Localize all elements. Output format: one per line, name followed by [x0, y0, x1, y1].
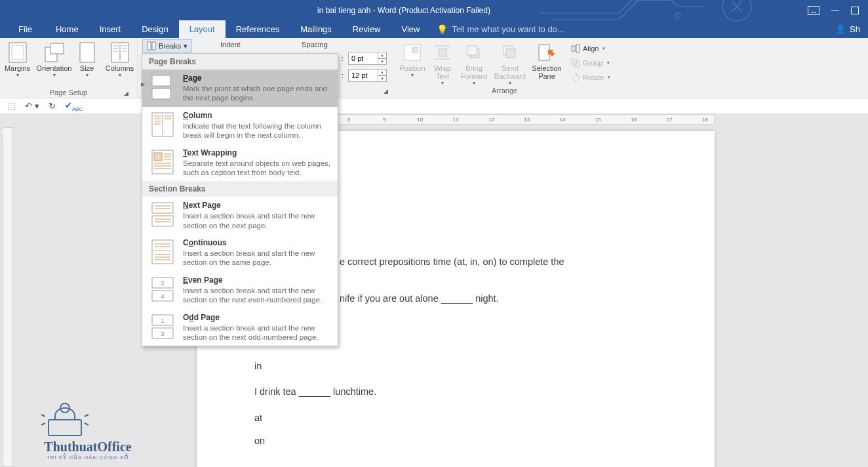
column-break-icon: [149, 111, 176, 138]
svg-rect-16: [148, 42, 151, 50]
spacing-before-spinner[interactable]: ▲▼: [348, 52, 387, 65]
svg-rect-32: [152, 75, 170, 86]
section-breaks-header: Section Breaks: [142, 181, 338, 197]
svg-rect-43: [154, 153, 162, 161]
indent-label: Indent: [220, 41, 241, 49]
undo-icon[interactable]: ↶ ▾: [25, 101, 39, 111]
svg-rect-71: [49, 420, 81, 436]
rotate-icon: [571, 73, 580, 82]
continuous-icon: [149, 238, 176, 266]
spin-down-icon[interactable]: ▼: [378, 58, 387, 65]
touch-mode-icon[interactable]: ⬚: [8, 101, 16, 111]
spacing-label: Spacing: [302, 41, 328, 49]
send-backward-button: Send Backward▾: [491, 39, 529, 86]
page-setup-dialog-launcher[interactable]: ◢: [124, 90, 132, 98]
svg-rect-56: [152, 240, 173, 264]
document-area: L 56789101112131415161718 e correct prep…: [0, 114, 868, 467]
svg-text:3: 3: [161, 331, 164, 337]
ribbon-tabs: File Home Insert Design Layout Reference…: [0, 20, 868, 38]
orientation-icon: [44, 42, 65, 63]
spellcheck-icon[interactable]: ✔ABC: [65, 100, 83, 112]
spin-down-icon[interactable]: ▼: [378, 75, 387, 82]
redo-icon[interactable]: ↻: [49, 101, 56, 111]
arrange-group-label: Arrange: [492, 87, 517, 94]
break-column-item[interactable]: ColumnIndicate that the text following t…: [142, 107, 338, 144]
paragraph-dialog-launcher[interactable]: ◢: [384, 88, 391, 96]
orientation-button[interactable]: Orientation▾: [38, 39, 71, 78]
send-backward-icon: [500, 42, 521, 63]
page-breaks-header: Page Breaks: [142, 54, 338, 70]
svg-rect-26: [506, 49, 515, 58]
break-continuous-item[interactable]: ContinuousInsert a section break and sta…: [142, 234, 338, 272]
rotate-button: Rotate▾: [568, 71, 613, 84]
maximize-button[interactable]: [851, 7, 859, 14]
size-icon: [77, 42, 98, 63]
svg-rect-17: [152, 42, 155, 50]
tab-file[interactable]: File: [5, 20, 45, 38]
position-icon: [402, 42, 423, 63]
selection-pane-icon: [536, 42, 557, 63]
user-icon[interactable]: 👤: [835, 24, 846, 34]
svg-text:2: 2: [161, 280, 164, 287]
position-button: Position▾: [397, 39, 428, 86]
share-button[interactable]: Sh: [850, 24, 860, 34]
break-text-wrapping-item[interactable]: Text WrappingSeparate text around object…: [142, 144, 338, 182]
breaks-button[interactable]: Breaks ▾: [142, 39, 192, 52]
spacing-before-input[interactable]: [348, 52, 378, 65]
group-button: Group▾: [568, 56, 613, 70]
break-odd-page-item[interactable]: 13 Odd PageInsert a section break and st…: [142, 309, 338, 346]
minimize-button[interactable]: [831, 10, 839, 10]
spin-up-icon[interactable]: ▲: [378, 52, 387, 58]
spin-up-icon[interactable]: ▲: [378, 69, 387, 75]
tab-view[interactable]: View: [391, 20, 430, 38]
break-even-page-item[interactable]: 24 Even PageInsert a section break and s…: [142, 272, 338, 309]
quick-access-toolbar: ⬚ ↶ ▾ ↻ ✔ABC: [0, 98, 868, 114]
tab-mailings[interactable]: Mailings: [290, 20, 342, 38]
svg-rect-28: [572, 46, 575, 51]
wrap-text-icon: [432, 42, 453, 63]
break-next-page-item[interactable]: Next PageInsert a section break and star…: [142, 197, 338, 234]
menu-desc: Mark the point at which one page ends an…: [183, 84, 331, 103]
svg-rect-7: [80, 43, 94, 62]
tab-layout[interactable]: Layout: [179, 20, 226, 38]
bring-forward-button: Bring Forward▾: [457, 39, 491, 86]
align-icon: [571, 44, 580, 53]
svg-rect-6: [50, 43, 64, 54]
spacing-after-spinner[interactable]: ▲▼: [348, 69, 387, 82]
tell-me-box[interactable]: 💡 Tell me what you want to do...: [430, 24, 570, 35]
chevron-down-icon: ▾: [184, 42, 187, 51]
svg-rect-20: [439, 49, 446, 56]
align-button[interactable]: Align▾: [568, 42, 613, 55]
margins-icon: [7, 42, 28, 63]
ribbon-options-icon[interactable]: [808, 6, 819, 15]
next-page-icon: [149, 201, 176, 228]
svg-rect-19: [412, 47, 418, 52]
page-setup-group-label: Page Setup◢: [5, 87, 132, 98]
size-button[interactable]: Size▾: [75, 39, 100, 78]
title-bar: in bai tieng anh - Word (Product Activat…: [0, 0, 868, 20]
selection-pane-button[interactable]: Selection Pane: [529, 39, 564, 86]
even-page-icon: 24: [149, 275, 176, 303]
svg-rect-29: [576, 45, 580, 52]
lightbulb-icon: 💡: [437, 24, 448, 35]
odd-page-icon: 13: [149, 313, 176, 340]
group-icon: [571, 58, 580, 68]
vertical-ruler[interactable]: [3, 127, 13, 467]
spacing-after-input[interactable]: [348, 69, 378, 82]
page-break-icon: [149, 73, 176, 101]
margins-button[interactable]: Margins▾: [1, 39, 34, 78]
tab-references[interactable]: References: [226, 20, 290, 38]
watermark-logo: ThuthuatOffice TRI KỶ CỦA DÂN CÔNG SỞ: [35, 394, 140, 460]
tab-home[interactable]: Home: [45, 20, 89, 38]
ribbon-layout: Margins▾ Orientation▾ Size▾ Columns▾ Pag…: [0, 38, 868, 98]
breaks-dropdown: Page Breaks PageMark the point at which …: [142, 53, 338, 346]
svg-rect-50: [152, 203, 173, 213]
break-page-item[interactable]: PageMark the point at which one page end…: [142, 70, 338, 107]
tell-me-placeholder: Tell me what you want to do...: [452, 24, 564, 34]
columns-button[interactable]: Columns▾: [104, 39, 136, 78]
columns-icon: [109, 42, 130, 63]
tab-design[interactable]: Design: [131, 20, 178, 38]
tab-review[interactable]: Review: [342, 20, 391, 38]
svg-rect-27: [539, 45, 549, 60]
tab-insert[interactable]: Insert: [89, 20, 132, 38]
